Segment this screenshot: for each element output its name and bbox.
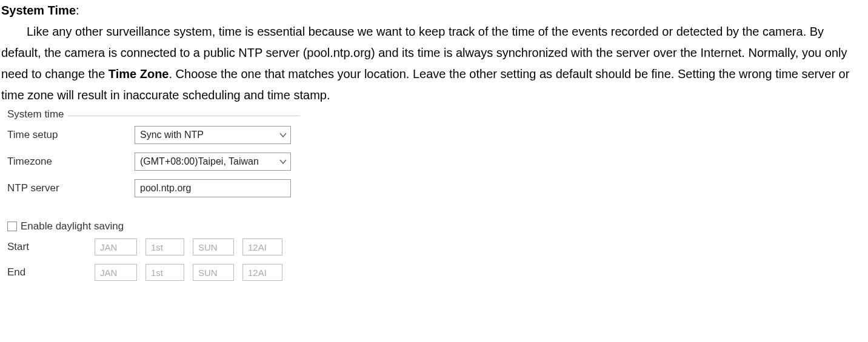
dst-end-month-value: JAN xyxy=(100,268,117,278)
dst-end-day-value: SUN xyxy=(198,268,218,278)
dst-end-ordinal-dropdown[interactable]: 1st xyxy=(145,264,184,281)
dst-start-ordinal-value: 1st xyxy=(151,242,163,252)
document-text: System Time: Like any other surveillance… xyxy=(0,0,868,111)
ntp-server-row: NTP server pool.ntp.org xyxy=(7,179,300,197)
timezone-bold: Time Zone xyxy=(109,67,169,81)
enable-dst-checkbox[interactable] xyxy=(7,222,17,231)
time-setup-value: Sync with NTP xyxy=(140,130,204,140)
timezone-row: Timezone (GMT+08:00)Taipei, Taiwan xyxy=(7,153,300,171)
dst-end-ordinal-value: 1st xyxy=(151,268,163,278)
dst-end-label: End xyxy=(7,266,86,278)
daylight-saving-block: Enable daylight saving Start JAN 1st SUN xyxy=(7,220,300,281)
dst-end-day-dropdown[interactable]: SUN xyxy=(193,264,234,281)
time-setup-row: Time setup Sync with NTP xyxy=(7,126,300,144)
timezone-dropdown[interactable]: (GMT+08:00)Taipei, Taiwan xyxy=(135,153,291,171)
chevron-down-icon xyxy=(279,158,287,165)
system-time-fieldset: System time Time setup Sync with NTP Tim… xyxy=(7,116,300,281)
ntp-server-value: pool.ntp.org xyxy=(140,183,192,194)
dst-start-row: Start JAN 1st SUN 12AI xyxy=(7,238,300,255)
system-time-panel: System time Time setup Sync with NTP Tim… xyxy=(0,116,300,281)
dst-start-month-value: JAN xyxy=(100,242,117,252)
time-setup-label: Time setup xyxy=(7,129,135,141)
chevron-down-icon xyxy=(279,131,287,139)
section-body: Like any other surveillance system, time… xyxy=(1,21,867,106)
dst-start-ordinal-dropdown[interactable]: 1st xyxy=(145,238,184,255)
dst-start-time-value: 12AI xyxy=(248,242,267,252)
timezone-label: Timezone xyxy=(7,156,135,168)
heading-colon: : xyxy=(76,4,79,17)
dst-end-month-dropdown[interactable]: JAN xyxy=(95,264,137,281)
time-setup-dropdown[interactable]: Sync with NTP xyxy=(135,126,291,144)
ntp-server-input[interactable]: pool.ntp.org xyxy=(135,179,291,197)
enable-dst-label: Enable daylight saving xyxy=(21,220,124,232)
dst-start-day-dropdown[interactable]: SUN xyxy=(193,238,234,255)
section-heading: System Time xyxy=(1,4,76,17)
timezone-value: (GMT+08:00)Taipei, Taiwan xyxy=(140,156,259,167)
fieldset-legend: System time xyxy=(7,108,68,120)
dst-start-label: Start xyxy=(7,241,86,253)
ntp-server-label: NTP server xyxy=(7,182,135,194)
dst-end-time-dropdown[interactable]: 12AI xyxy=(242,264,282,281)
dst-start-month-dropdown[interactable]: JAN xyxy=(95,238,137,255)
dst-start-time-dropdown[interactable]: 12AI xyxy=(242,238,282,255)
dst-end-row: End JAN 1st SUN 12AI xyxy=(7,264,300,281)
enable-dst-row: Enable daylight saving xyxy=(7,220,300,232)
dst-start-day-value: SUN xyxy=(198,242,218,252)
dst-end-time-value: 12AI xyxy=(248,268,267,278)
